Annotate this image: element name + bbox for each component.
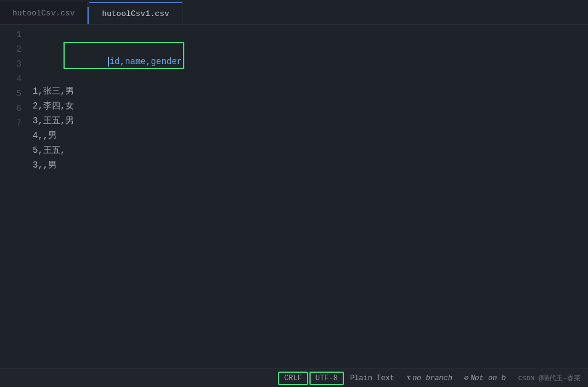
status-right: CRLF UTF-8 Plain Text ⌥ no branch ⊘ Not … (278, 369, 581, 388)
warning-icon: ⊘ (463, 373, 468, 383)
code-line-2: 1,张三,男 (33, 84, 588, 99)
status-git-branch[interactable]: ⌥ no branch (401, 369, 457, 388)
line-number-2: 2 (17, 42, 22, 57)
tab-hutoolcsv[interactable]: hutoolCsv.csv (0, 2, 88, 24)
status-bar: CRLF UTF-8 Plain Text ⌥ no branch ⊘ Not … (0, 369, 588, 387)
selection-highlight: id,name,gender (63, 42, 184, 69)
status-language[interactable]: Plain Text (345, 369, 399, 388)
line-number-4: 4 (17, 71, 22, 86)
line-numbers: 1 2 3 4 5 6 7 (0, 25, 28, 369)
tab-bar: hutoolCsv.csv hutoolCsv1.csv (0, 0, 588, 25)
status-not-on-branch[interactable]: ⊘ Not on b (459, 369, 511, 388)
code-line-5: 4,,男 (33, 128, 588, 143)
status-crlf[interactable]: CRLF (278, 372, 308, 385)
code-line-3: 2,李四,女 (33, 99, 588, 113)
line-number-6: 6 (17, 101, 22, 116)
line-number-3: 3 (17, 57, 22, 71)
status-encoding[interactable]: UTF-8 (309, 372, 344, 385)
code-line-6: 5,王五, (33, 143, 588, 158)
line-number-7: 7 (17, 116, 22, 131)
tab-hutoolcsv1-label: hutoolCsv1.csv (102, 9, 169, 18)
code-line-7: 3,,男 (33, 158, 588, 173)
status-csdn-label: CSDN @喵代王-香菜 (512, 373, 581, 383)
text-cursor (108, 57, 109, 67)
tab-hutoolcsv-label: hutoolCsv.csv (12, 9, 75, 18)
code-line-4: 3,王五,男 (33, 113, 588, 128)
code-line-1: id,name,gender (33, 27, 588, 84)
code-content[interactable]: id,name,gender 1,张三,男 2,李四,女 3,王五,男 4,,男… (28, 25, 588, 369)
line-number-5: 5 (17, 86, 22, 101)
tab-hutoolcsv1[interactable]: hutoolCsv1.csv (89, 2, 182, 24)
git-icon: ⌥ (406, 373, 410, 383)
line-number-1: 1 (17, 27, 22, 42)
editor-area: 1 2 3 4 5 6 7 id,name,gender 1,张三,男 2,李四… (0, 25, 588, 369)
